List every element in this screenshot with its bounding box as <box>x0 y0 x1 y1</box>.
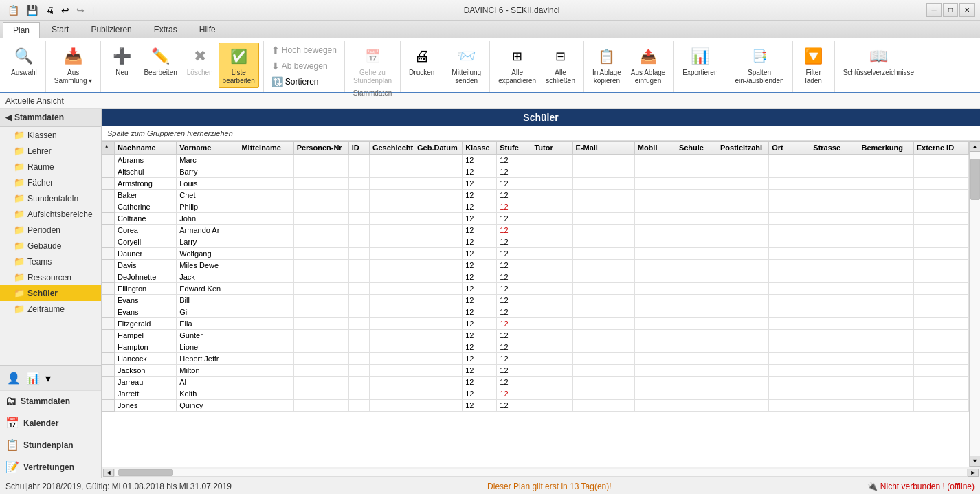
table-row[interactable]: HancockHebert Jeffr1212 <box>102 353 969 365</box>
exportieren-button[interactable]: 📊 Exportieren <box>678 43 722 80</box>
col-postleitzahl[interactable]: Postleitzahl <box>717 142 769 155</box>
sidebar-item-raeume[interactable]: 📁 Räume <box>0 159 101 175</box>
table-row[interactable]: CoryellLarry1212 <box>102 236 969 248</box>
auswahl-button[interactable]: 🔍 Auswahl <box>7 43 41 80</box>
in-ablage-button[interactable]: 📋 In Ablagekopieren <box>588 43 625 88</box>
hscroll-right[interactable]: ► <box>968 469 979 477</box>
data-table-container[interactable]: * Nachname Vorname Mittelname Personen-N… <box>102 141 969 467</box>
col-email[interactable]: E-Mail <box>572 142 634 155</box>
scroll-thumb[interactable] <box>970 159 980 200</box>
table-row[interactable]: HamptonLionel1212 <box>102 341 969 353</box>
loeschen-button[interactable]: ✖ Löschen <box>183 43 217 80</box>
col-ort[interactable]: Ort <box>769 142 810 155</box>
table-row[interactable]: DavisMiles Dewe1212 <box>102 260 969 271</box>
maximize-button[interactable]: □ <box>943 3 958 17</box>
sidebar-item-aufsichtsbereiche[interactable]: 📁 Aufsichtsbereiche <box>0 206 101 222</box>
table-row[interactable]: JarrettKeith1212 <box>102 388 969 400</box>
undo-icon[interactable]: ↩ <box>59 4 71 16</box>
nav-kalender[interactable]: 📅 Kalender <box>0 412 101 434</box>
col-externeid[interactable]: Externe ID <box>913 142 968 155</box>
quick-access-toolbar[interactable]: 📋 💾 🖨 ↩ ↪ | <box>5 4 97 16</box>
vertical-scrollbar[interactable]: ▲ ▼ <box>969 141 980 467</box>
table-row[interactable]: JonesQuincy1212 <box>102 400 969 412</box>
table-row[interactable]: BakerChet1212 <box>102 190 969 201</box>
col-mittelname[interactable]: Mittelname <box>238 142 293 155</box>
scroll-up-button[interactable]: ▲ <box>970 141 981 152</box>
hscroll-track[interactable] <box>114 469 968 477</box>
table-row[interactable]: AbramsMarc1212 <box>102 155 969 166</box>
table-row[interactable]: EllingtonEdward Ken1212 <box>102 283 969 295</box>
tab-publizieren[interactable]: Publizieren <box>80 21 142 38</box>
table-row[interactable]: FitzgeraldElla1212 <box>102 318 969 330</box>
sortieren-button[interactable]: 🔃 Sortieren <box>268 74 340 89</box>
spalten-button[interactable]: 📑 Spaltenein-/ausblenden <box>731 43 788 88</box>
hscroll-thumb[interactable] <box>118 469 173 476</box>
col-id[interactable]: ID <box>348 142 369 155</box>
tab-extras[interactable]: Extras <box>144 21 188 38</box>
scroll-down-button[interactable]: ▼ <box>970 456 981 467</box>
col-vorname[interactable]: Vorname <box>177 142 238 155</box>
ab-bewegen-button[interactable]: ⬇ Ab bewegen <box>268 58 340 74</box>
horizontal-scrollbar[interactable]: ◄ ► <box>102 467 980 478</box>
table-row[interactable]: EvansGil1212 <box>102 306 969 318</box>
col-strasse[interactable]: Strasse <box>810 142 858 155</box>
footer-dropdown-icon[interactable]: ▾ <box>44 370 52 386</box>
nav-vertretungen[interactable]: 📝 Vertretungen <box>0 456 101 478</box>
tab-hilfe[interactable]: Hilfe <box>189 21 226 38</box>
col-stufe[interactable]: Stufe <box>497 142 531 155</box>
sidebar-item-zeitraeume[interactable]: 📁 Zeiträume <box>0 301 101 317</box>
table-row[interactable]: DaunerWolfgang1212 <box>102 248 969 260</box>
liste-bearbeiten-button[interactable]: ✅ Listebearbeiten <box>219 43 259 88</box>
col-gebdatum[interactable]: Geb.Datum <box>414 142 463 155</box>
filter-button[interactable]: 🔽 Filterladen <box>797 43 830 88</box>
aus-sammlung-button[interactable]: 📥 AusSammlung ▾ <box>50 43 97 88</box>
col-klasse[interactable]: Klasse <box>463 142 497 155</box>
col-schule[interactable]: Schule <box>676 142 717 155</box>
sidebar-item-klassen[interactable]: 📁 Klassen <box>0 127 101 143</box>
sidebar-item-gebaeude[interactable]: 📁 Gebäude <box>0 238 101 254</box>
table-row[interactable]: CatherinePhilip1212 <box>102 201 969 213</box>
bearbeiten-button[interactable]: ✏️ Bearbeiten <box>140 43 181 80</box>
print-icon[interactable]: 🖨 <box>43 4 56 16</box>
sidebar-item-perioden[interactable]: 📁 Perioden <box>0 222 101 238</box>
table-row[interactable]: JacksonMilton1212 <box>102 365 969 377</box>
table-row[interactable]: CoreaArmando Ar1212 <box>102 225 969 236</box>
nav-stammdaten[interactable]: 🗂 Stammdaten <box>0 390 101 412</box>
sidebar-item-stundentafeln[interactable]: 📁 Stundentafeln <box>0 190 101 206</box>
hoch-bewegen-button[interactable]: ⬆ Hoch bewegen <box>268 43 340 58</box>
plan-icon[interactable]: 📋 <box>5 4 21 16</box>
close-button[interactable]: ✕ <box>959 3 975 17</box>
drucken-button[interactable]: 🖨 Drucken <box>405 43 438 80</box>
table-row[interactable]: AltschulBarry1212 <box>102 166 969 178</box>
col-bemerkung[interactable]: Bemerkung <box>858 142 913 155</box>
footer-table-icon[interactable]: 📊 <box>25 370 41 386</box>
alle-schliessen-button[interactable]: ⊟ Alleschließen <box>542 43 579 88</box>
save-icon[interactable]: 💾 <box>24 4 40 16</box>
col-tutor[interactable]: Tutor <box>531 142 572 155</box>
neu-button[interactable]: ➕ Neu <box>105 43 138 80</box>
sidebar-item-lehrer[interactable]: 📁 Lehrer <box>0 143 101 159</box>
sidebar-item-faecher[interactable]: 📁 Fächer <box>0 175 101 190</box>
stammdaten-section[interactable]: ◀ Stammdaten <box>0 109 101 127</box>
minimize-button[interactable]: ─ <box>926 3 942 17</box>
footer-person-icon[interactable]: 👤 <box>5 370 22 386</box>
table-row[interactable]: JarreauAl1212 <box>102 377 969 388</box>
col-mobil[interactable]: Mobil <box>634 142 676 155</box>
aus-ablage-button[interactable]: 📤 Aus Ablageeinfügen <box>627 43 670 88</box>
scroll-track[interactable] <box>970 152 981 456</box>
table-row[interactable]: DeJohnetteJack1212 <box>102 271 969 283</box>
mitteilung-button[interactable]: 📨 Mitteilungsenden <box>447 43 485 88</box>
table-row[interactable]: ArmstrongLouis1212 <box>102 178 969 190</box>
tab-start[interactable]: Start <box>41 21 79 38</box>
sidebar-item-ressourcen[interactable]: 📁 Ressourcen <box>0 269 101 285</box>
window-controls[interactable]: ─ □ ✕ <box>926 3 975 17</box>
tab-plan[interactable]: Plan <box>3 22 40 38</box>
sidebar-item-schueler[interactable]: 📁 Schüler <box>0 285 101 301</box>
col-nachname[interactable]: Nachname <box>115 142 177 155</box>
col-geschlecht[interactable]: Geschlecht <box>369 142 414 155</box>
table-row[interactable]: ColtraneJohn1212 <box>102 213 969 225</box>
table-row[interactable]: HampelGunter1212 <box>102 330 969 341</box>
gehe-zu-button[interactable]: 📅 Gehe zuStundenplan <box>349 43 396 88</box>
nav-stundenplan[interactable]: 📋 Stundenplan <box>0 434 101 456</box>
col-personennr[interactable]: Personen-Nr <box>293 142 348 155</box>
